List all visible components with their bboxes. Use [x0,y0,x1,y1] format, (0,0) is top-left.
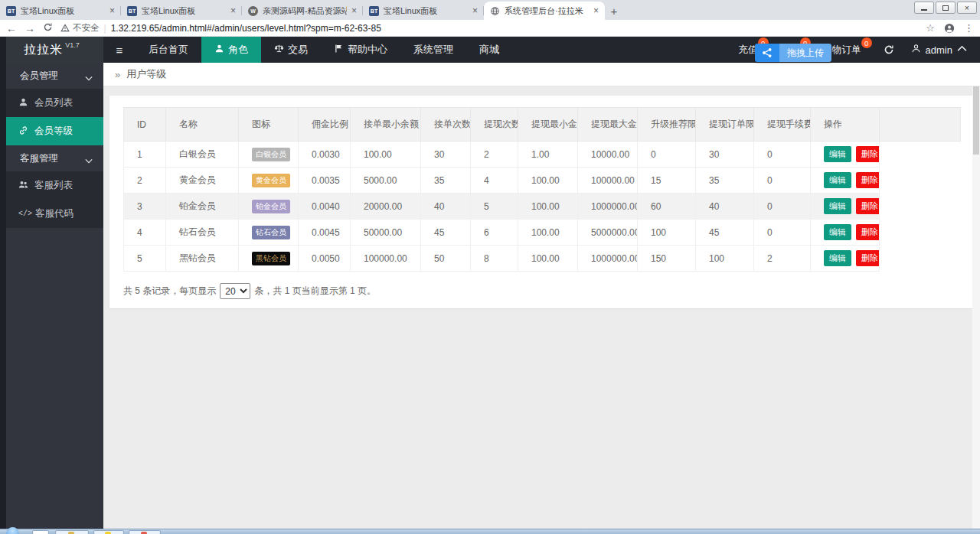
address-bar[interactable]: 不安全 | 1.32.219.65/admin.html#/admin/user… [60,22,918,34]
cell-icon: 黑钻会员 [239,246,299,272]
cell-value: 100.00 [351,142,421,168]
nav-item-角色[interactable]: 角色 [201,37,261,63]
sidebar-group-会员管理[interactable]: 会员管理 [0,63,103,89]
tab-close-icon[interactable]: × [593,6,599,15]
taskbar-item[interactable] [55,530,89,534]
person-icon [18,97,28,109]
sidebar-item-会员列表[interactable]: 会员列表 [0,89,103,117]
table-header-row: ID名称图标佣金比例接单最小余额接单次数提现次数提现最小金额提现最大金额升级推荐… [124,108,961,142]
drag-upload-label: 拖拽上传 [779,44,831,62]
nav-item-后台首页[interactable]: 后台首页 [136,37,201,63]
cell-actions: 编辑删除 [811,168,880,194]
profile-avatar-icon[interactable] [944,23,955,34]
taskbar-item[interactable] [93,530,124,534]
browser-tab[interactable]: BT宝塔Linux面板× [363,2,484,20]
column-header-佣金比例: 佣金比例 [299,108,351,142]
start-button-icon[interactable] [6,527,19,534]
edit-button[interactable]: 编辑 [824,250,851,265]
app-version: V1.7 [65,41,80,49]
cell-name: 铂金会员 [166,194,239,220]
cell-filler [880,246,961,272]
code-icon: </> [18,210,29,218]
cell-filler [880,168,961,194]
cell-value: 0 [754,142,811,168]
drag-upload-tooltip: 拖拽上传 [755,44,831,62]
nav-item-系统管理[interactable]: 系统管理 [400,37,466,63]
w-favicon-icon: W [248,6,258,16]
page-scrollbar[interactable] [972,63,980,529]
security-indicator[interactable]: 不安全 [60,22,100,34]
taskbar [0,529,980,534]
refresh-icon[interactable] [873,37,905,63]
browser-tab[interactable]: W亲测源码网-精品资源站长亲测× [242,2,363,20]
hamburger-menu-icon[interactable]: ≡ [103,37,136,63]
sidebar-item-客服代码[interactable]: </>客服代码 [0,200,103,228]
tab-title: 宝塔Linux面板 [21,5,105,17]
cell-value: 4 [471,168,518,194]
edit-button[interactable]: 编辑 [824,224,851,239]
delete-button[interactable]: 删除 [856,172,880,187]
delete-button[interactable]: 删除 [856,250,880,265]
column-header-ID: ID [124,108,166,142]
cell-value: 60 [638,194,696,220]
cell-value: 5000.00 [351,168,421,194]
nav-item-label: 商城 [479,43,499,57]
browser-tab[interactable]: 系统管理后台·拉拉米× [484,2,605,20]
app-header: 拉拉米 V1.7 ≡ 后台首页角色交易帮助中心系统管理商城 充值0提现0购物订单… [0,37,980,63]
tab-title: 亲测源码网-精品资源站长亲测 [263,5,347,17]
bt-favicon-icon: BT [369,6,379,16]
forward-icon[interactable]: → [24,23,35,34]
delete-button[interactable]: 删除 [856,146,880,161]
user-menu[interactable]: admin [905,37,971,63]
table-row: 2黄金会员黄金会员0.00355000.00354100.00100000.00… [124,168,961,194]
users-icon [18,180,28,192]
nav-item-label: 后台首页 [149,43,188,57]
security-label: 不安全 [73,22,100,34]
browser-tab[interactable]: BT宝塔Linux面板× [0,2,121,20]
sidebar-item-客服列表[interactable]: 客服列表 [0,171,103,200]
cell-value: 2 [471,142,518,168]
main-content: ID名称图标佣金比例接单最小余额接单次数提现次数提现最小金额提现最大金额升级推荐… [103,86,980,529]
cell-value: 30 [696,142,754,168]
close-button[interactable]: × [957,2,977,14]
table-row: 3铂金会员铂金会员0.004020000.00405100.001000000.… [124,194,961,220]
tab-close-icon[interactable]: × [351,6,357,15]
taskbar-item[interactable] [129,530,161,534]
tab-close-icon[interactable]: × [230,6,236,15]
url-separator: | [104,23,106,34]
browser-menu-icon[interactable]: ⋮ [964,22,974,34]
cell-value: 1.00 [518,142,578,168]
sidebar-item-会员等级[interactable]: 会员等级 [0,117,103,145]
back-icon[interactable]: ← [6,23,17,34]
delete-button[interactable]: 删除 [856,198,880,213]
nav-item-帮助中心[interactable]: 帮助中心 [321,37,400,63]
bookmark-star-icon[interactable]: ☆ [926,22,935,34]
column-header-操作: 操作 [811,108,880,142]
tab-close-icon[interactable]: × [472,6,478,15]
edit-button[interactable]: 编辑 [824,146,851,161]
sidebar-group-客服管理[interactable]: 客服管理 [0,145,103,171]
cell-name: 黄金会员 [166,168,239,194]
column-header-提现订单限制: 提现订单限制 [696,108,754,142]
reload-icon[interactable] [43,22,53,34]
cell-value: 45 [696,220,754,246]
cell-value: 1000000.00 [578,194,638,220]
page-size-select[interactable]: 20 [220,283,250,299]
cell-filler [880,194,961,220]
cell-value: 0 [638,142,696,168]
new-tab-button[interactable]: + [605,2,623,20]
taskbar-item[interactable] [32,530,49,534]
minimize-button[interactable] [914,2,934,14]
tab-close-icon[interactable]: × [109,6,115,15]
restore-button[interactable] [936,2,956,14]
cell-value: 50000.00 [351,220,421,246]
nav-item-交易[interactable]: 交易 [261,37,321,63]
minimize-icon [921,9,927,11]
cell-value: 0.0030 [299,142,351,168]
edit-button[interactable]: 编辑 [824,172,851,187]
nav-item-商城[interactable]: 商城 [466,37,512,63]
column-header-提现最小金额: 提现最小金额 [518,108,578,142]
browser-tab[interactable]: BT宝塔Linux面板× [121,2,242,20]
edit-button[interactable]: 编辑 [824,198,851,213]
delete-button[interactable]: 删除 [856,224,880,239]
